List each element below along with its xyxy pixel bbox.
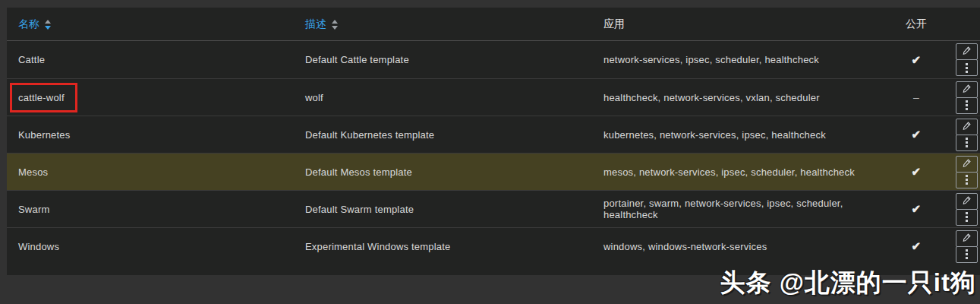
edit-button[interactable] (956, 119, 978, 135)
row-apps: windows, windows-network-services (603, 241, 881, 252)
edit-button[interactable] (956, 230, 978, 247)
table-row[interactable]: Windows Experimental Windows template wi… (7, 227, 980, 264)
template-table-panel: 名称 描述 应用 公开 Cattle Default Cattle templa… (7, 8, 980, 275)
row-apps: mesos, network-services, ipsec, schedule… (603, 166, 881, 178)
public-indicator: ✔ (912, 165, 922, 178)
row-description: Default Kubernetes template (305, 129, 603, 141)
kebab-icon (966, 67, 968, 69)
row-apps: portainer, swarm, network-services, ipse… (603, 198, 881, 220)
pencil-icon (962, 158, 972, 170)
row-public: ✔ (881, 202, 951, 216)
table-row[interactable]: Swarm Default Swarm template portainer, … (7, 190, 980, 227)
column-header-apps: 应用 (603, 17, 881, 31)
column-header-apps-label: 应用 (603, 17, 625, 31)
column-header-description-label: 描述 (305, 17, 326, 31)
table-row[interactable]: cattle-wolf wolf healthcheck, network-se… (7, 78, 980, 116)
pencil-icon (962, 121, 972, 133)
row-description: Default Mesos template (305, 166, 603, 178)
edit-button[interactable] (956, 156, 978, 173)
row-public: ✔ (881, 165, 951, 179)
row-menu-button[interactable] (956, 246, 978, 263)
column-header-public-label: 公开 (906, 17, 927, 31)
table-row[interactable]: Kubernetes Default Kubernetes template k… (7, 116, 980, 153)
pencil-icon (962, 195, 972, 207)
kebab-icon (966, 179, 968, 181)
row-menu-button[interactable] (956, 172, 978, 188)
table-row[interactable]: Cattle Default Cattle template network-s… (7, 41, 980, 78)
row-menu-button[interactable] (956, 59, 978, 76)
sort-icon (332, 20, 338, 30)
row-apps: kubernetes, network-services, ipsec, hea… (603, 129, 881, 141)
row-description: Default Swarm template (305, 204, 603, 215)
table-row[interactable]: Mesos Default Mesos template mesos, netw… (7, 153, 980, 190)
row-name: Mesos (7, 166, 305, 178)
row-public: ✔ (881, 128, 951, 141)
column-header-description[interactable]: 描述 (305, 17, 603, 31)
row-name: Windows (7, 241, 305, 252)
pencil-icon (962, 233, 972, 245)
pencil-icon (962, 84, 972, 96)
row-public: ✔ (881, 239, 951, 253)
column-header-name[interactable]: 名称 (7, 17, 305, 31)
pencil-icon (962, 46, 972, 58)
edit-button[interactable] (956, 43, 978, 60)
row-apps: healthcheck, network-services, vxlan, sc… (603, 92, 881, 103)
public-indicator: ✔ (912, 53, 922, 66)
row-name: Kubernetes (7, 129, 305, 141)
row-name: Swarm (7, 204, 305, 215)
sort-icon (45, 20, 51, 30)
table-header-row: 名称 描述 应用 公开 (7, 8, 980, 41)
kebab-icon (966, 104, 968, 106)
row-apps: network-services, ipsec, scheduler, heal… (603, 54, 881, 65)
watermark: 头条 @北漂的一只it狗 (720, 266, 976, 300)
row-description: Default Cattle template (305, 54, 603, 65)
edit-button[interactable] (956, 193, 978, 210)
row-name: cattle-wolf (7, 92, 305, 103)
row-description: wolf (305, 92, 603, 103)
row-menu-button[interactable] (956, 135, 978, 151)
kebab-icon (966, 253, 968, 255)
table-body: Cattle Default Cattle template network-s… (7, 41, 980, 264)
column-header-name-label: 名称 (18, 17, 39, 31)
public-indicator: ✔ (912, 128, 922, 141)
row-name: Cattle (7, 54, 305, 65)
kebab-icon (966, 216, 968, 218)
row-menu-button[interactable] (956, 209, 978, 226)
row-description: Experimental Windows template (305, 241, 603, 252)
kebab-icon (966, 141, 968, 144)
public-indicator: ✔ (912, 239, 922, 252)
public-indicator: – (913, 91, 919, 103)
edit-button[interactable] (956, 81, 978, 98)
row-public: ✔ (881, 53, 951, 67)
row-public: – (881, 91, 951, 103)
column-header-public: 公开 (881, 17, 951, 31)
row-menu-button[interactable] (956, 97, 978, 114)
public-indicator: ✔ (912, 202, 922, 215)
